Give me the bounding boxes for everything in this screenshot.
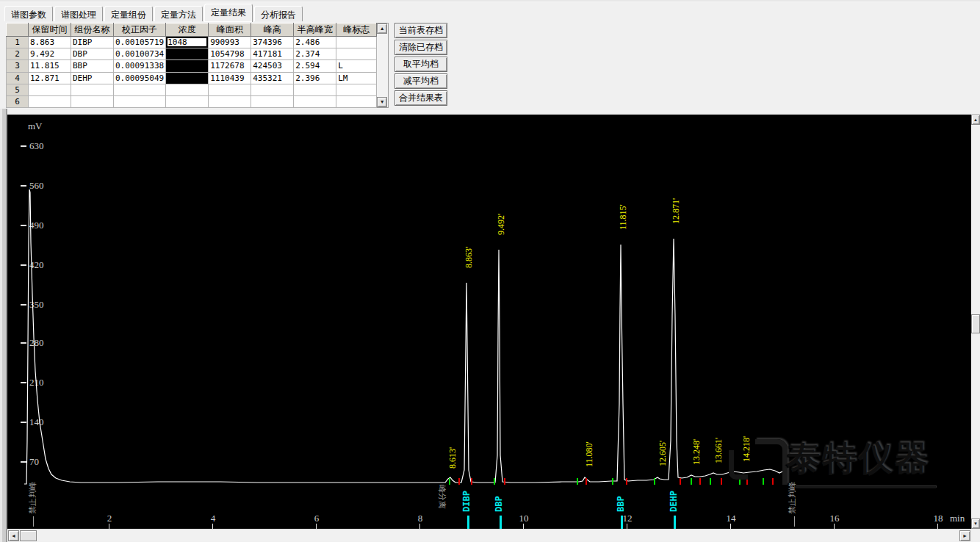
- cell-retention-time[interactable]: 12.871: [29, 72, 71, 84]
- cell-retention-time[interactable]: 8.863: [29, 37, 71, 48]
- scroll-left-icon[interactable]: ◄: [8, 530, 19, 541]
- col-header-concentration[interactable]: 浓度: [166, 24, 209, 37]
- cell-peak-height[interactable]: 374396: [251, 37, 294, 48]
- component-label: DBP: [494, 496, 503, 512]
- cell-peak-flag[interactable]: LM: [336, 72, 377, 84]
- cell-half-width[interactable]: 2.374: [294, 48, 336, 60]
- peak-separation-label: 峰分离: [438, 485, 447, 509]
- cell-peak-flag[interactable]: [336, 95, 377, 107]
- cell-retention-time[interactable]: 11.815: [29, 60, 71, 72]
- corner-header-cell: [7, 24, 29, 37]
- cell-retention-time[interactable]: [29, 95, 71, 107]
- col-header-peak-height[interactable]: 峰高: [251, 24, 294, 37]
- cell-retention-time[interactable]: 9.492: [29, 48, 71, 60]
- cell-correction-factor[interactable]: 0.00095049: [114, 72, 166, 84]
- vertical-scroll-thumb[interactable]: [971, 314, 980, 333]
- tab-quant-results[interactable]: 定量结果: [204, 4, 253, 22]
- cell-concentration-selected[interactable]: 1071: [166, 60, 209, 72]
- cell-component-name[interactable]: DBP: [71, 48, 114, 60]
- peak-retention-label: 8.863': [464, 247, 473, 268]
- cell-peak-area[interactable]: 1172678: [209, 60, 251, 72]
- take-average-button[interactable]: 取平均档: [394, 57, 447, 72]
- cell-half-width[interactable]: 2.486: [294, 37, 336, 48]
- cell-half-width[interactable]: 2.396: [294, 72, 336, 84]
- cell-concentration-focused[interactable]: 1048: [166, 37, 209, 48]
- cell-half-width[interactable]: 2.594: [294, 60, 336, 72]
- chart-vertical-scrollbar[interactable]: ▲ ▼: [971, 115, 980, 529]
- cell-peak-flag[interactable]: [336, 37, 377, 48]
- tab-spectrum-processing[interactable]: 谱图处理: [54, 6, 103, 21]
- cell-peak-height[interactable]: 435321: [251, 72, 294, 84]
- cell-correction-factor[interactable]: 0.00100734: [114, 48, 166, 60]
- cell-correction-factor[interactable]: 0.00091338: [114, 60, 166, 72]
- cell-peak-area[interactable]: [209, 84, 251, 95]
- window-top-edge: [0, 0, 980, 2]
- tab-analysis-report[interactable]: 分析报告: [254, 6, 303, 21]
- cell-peak-area[interactable]: 990993: [209, 37, 251, 48]
- cell-peak-flag[interactable]: L: [336, 60, 377, 72]
- cell-peak-flag[interactable]: [336, 84, 377, 95]
- cell-half-width[interactable]: [294, 95, 336, 107]
- component-label: DIBP: [462, 491, 471, 512]
- clear-archived-button[interactable]: 清除已存档: [394, 40, 447, 55]
- cell-correction-factor[interactable]: [114, 95, 166, 107]
- cell-peak-height[interactable]: [251, 95, 294, 107]
- scroll-up-icon[interactable]: ▲: [377, 24, 387, 34]
- row-number[interactable]: 1: [7, 37, 29, 48]
- scroll-right-icon[interactable]: ►: [959, 530, 970, 541]
- cell-correction-factor[interactable]: 0.00105719: [114, 37, 166, 48]
- cell-peak-height[interactable]: 417181: [251, 48, 294, 60]
- cell-component-name[interactable]: [71, 95, 114, 107]
- tab-quant-method[interactable]: 定量方法: [154, 6, 203, 21]
- table-row: 1 8.863 DIBP 0.00105719 1048 990993 3743…: [7, 37, 377, 48]
- row-number[interactable]: 6: [7, 95, 29, 107]
- col-header-peak-area[interactable]: 峰面积: [209, 24, 251, 37]
- col-header-component-name[interactable]: 组份名称: [71, 24, 114, 37]
- tab-quant-components[interactable]: 定量组份: [104, 6, 153, 21]
- col-header-half-width[interactable]: 半高峰宽: [294, 24, 336, 37]
- cell-concentration-selected[interactable]: 1055: [166, 72, 209, 84]
- scroll-up-icon[interactable]: ▲: [971, 115, 980, 125]
- cell-peak-height[interactable]: [251, 84, 294, 95]
- peak-retention-label: 13.248': [692, 439, 701, 465]
- cell-peak-height[interactable]: 424503: [251, 60, 294, 72]
- chromatogram-plot[interactable]: mV 630 560 490 420 350 280 210 140 70 2 …: [7, 115, 971, 529]
- cell-correction-factor[interactable]: [114, 84, 166, 95]
- peak-end-tick: [721, 478, 722, 485]
- peak-start-tick: [710, 478, 711, 485]
- row-number[interactable]: 5: [7, 84, 29, 95]
- cell-peak-area[interactable]: [209, 95, 251, 107]
- row-number[interactable]: 4: [7, 72, 29, 84]
- cell-peak-area[interactable]: 1110439: [209, 72, 251, 84]
- cell-concentration[interactable]: [166, 95, 209, 107]
- row-number[interactable]: 2: [7, 48, 29, 60]
- col-header-peak-flag[interactable]: 峰标志: [336, 24, 377, 37]
- archive-current-table-button[interactable]: 当前表存档: [394, 23, 447, 38]
- cell-component-name[interactable]: DEHP: [71, 72, 114, 84]
- tab-spectrum-params[interactable]: 谱图参数: [4, 6, 53, 21]
- peak-retention-label: 8.613': [448, 447, 457, 469]
- cell-concentration[interactable]: [166, 84, 209, 95]
- table-scrollbar[interactable]: ▲ ▼: [377, 23, 389, 108]
- cell-retention-time[interactable]: [29, 84, 71, 95]
- cell-peak-area[interactable]: 1054798: [209, 48, 251, 60]
- cell-concentration-selected[interactable]: 1063: [166, 48, 209, 60]
- col-header-correction-factor[interactable]: 校正因子: [114, 24, 166, 37]
- cell-peak-flag[interactable]: [336, 48, 377, 60]
- cell-component-name[interactable]: DIBP: [71, 37, 114, 48]
- row-number[interactable]: 3: [7, 60, 29, 72]
- horizontal-scroll-thumb[interactable]: [20, 530, 37, 541]
- component-label: BBP: [616, 496, 625, 512]
- chart-horizontal-scrollbar[interactable]: ◄ ►: [7, 529, 971, 541]
- subtract-average-button[interactable]: 减平均档: [394, 73, 447, 89]
- scroll-down-icon[interactable]: ▼: [971, 518, 980, 529]
- peak-retention-label: 11.815': [619, 204, 627, 230]
- peak-end-tick: [458, 478, 460, 485]
- peak-retention-label: 11.080': [585, 441, 594, 467]
- scroll-down-icon[interactable]: ▼: [377, 97, 387, 107]
- merge-results-button[interactable]: 合并结果表: [394, 90, 447, 106]
- col-header-retention-time[interactable]: 保留时间: [29, 24, 71, 37]
- cell-component-name[interactable]: [71, 84, 114, 95]
- cell-component-name[interactable]: BBP: [71, 60, 114, 72]
- cell-half-width[interactable]: [294, 84, 336, 95]
